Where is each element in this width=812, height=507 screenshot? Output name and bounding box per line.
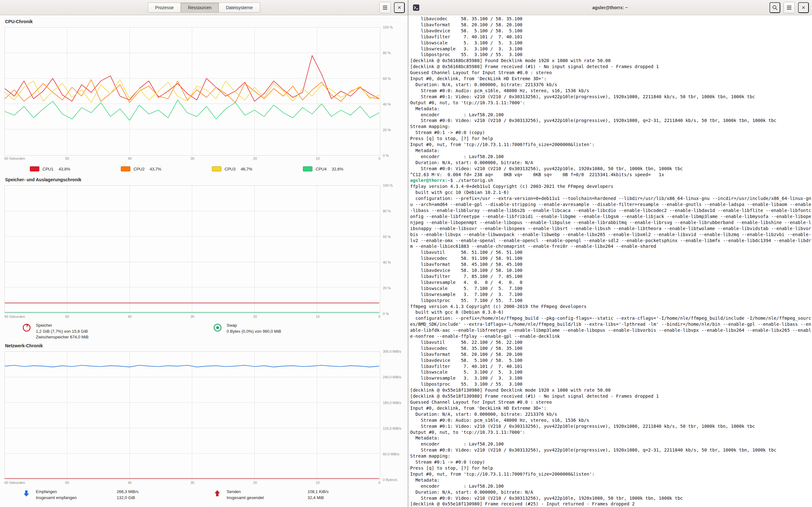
menu-button[interactable]	[379, 2, 391, 13]
terminal-line: Press [q] to stop, [?] for help	[410, 465, 811, 471]
y-axis-label: 80 %	[383, 51, 403, 55]
x-axis-label: 10	[316, 157, 319, 160]
cpu1-value: 43,8%	[59, 167, 70, 171]
cpu1-label: CPU1	[43, 167, 54, 171]
y-axis-label: 40 %	[383, 102, 403, 106]
resources-view: CPU-Chronik 100 %80 %60 %40 %20 %0 % 60 …	[0, 15, 408, 507]
terminal-line: agsler@thorrx:~$ ./startorig.sh	[410, 177, 811, 183]
total-received-value: 132,0 GiB	[117, 495, 139, 501]
memory-usage-value: 1,2 GiB (7,7%) von 15,6 GiB	[36, 329, 89, 334]
x-axis-label: 60 Sekunden	[4, 157, 25, 160]
terminal-titlebar[interactable]: agsler@thorrx: ~ ×	[408, 0, 812, 15]
cpu3-label: CPU3	[224, 167, 236, 171]
tab-ressourcen[interactable]: Ressourcen	[181, 3, 219, 13]
terminal-line: Stream #0:1: Video: v210 (V210 / 0x30313…	[410, 424, 811, 429]
network-history-chart	[4, 351, 380, 480]
hamburger-menu-icon	[383, 5, 388, 10]
cpu3-color-swatch[interactable]	[212, 166, 221, 171]
cpu4-legend-item[interactable]: CPU4 32,6%	[303, 166, 394, 171]
close-icon: ×	[397, 4, 401, 11]
network-receive-legend-entry: Empfangen 266,3 MiB/s Insgesamt empfange…	[22, 489, 213, 501]
download-arrow-icon	[22, 489, 32, 498]
memory-usage-pie-icon[interactable]	[22, 323, 32, 332]
tab-dateisysteme[interactable]: Dateisysteme	[219, 3, 260, 13]
terminal-line: Stream #0:0: Video: v210 (V210 / 0x30313…	[410, 447, 811, 453]
terminal-line: configuration: --prefix=/home/nle/ffmpeg…	[410, 315, 811, 339]
terminal-line: [decklink @ 0x56168bc85980] Frame receiv…	[410, 64, 811, 70]
receive-rate-value: 266,3 MiB/s	[117, 489, 139, 495]
y-axis-label: 100 %	[383, 183, 403, 187]
cpu2-legend-item[interactable]: CPU2 43,7%	[121, 166, 212, 171]
terminal-line: Duration: N/A, start: 0.000000, bitrate:…	[410, 489, 811, 495]
send-label: Senden	[227, 489, 308, 495]
system-monitor-titlebar[interactable]: Prozesse Ressourcen Dateisysteme ×	[0, 0, 408, 15]
terminal-line: Duration: N/A, start: 0.000000, bitrate:…	[410, 82, 811, 88]
terminal-line: Stream #0:1 -> #0:0 (copy)	[410, 459, 811, 465]
x-axis-label: 20	[253, 157, 257, 160]
network-send-legend-entry: Senden 108,1 KiB/s Insgesamt gesendet 32…	[213, 489, 404, 501]
y-axis-label: 60,0 MiB/s	[383, 452, 403, 456]
search-button[interactable]	[769, 2, 780, 13]
tab-prozesse[interactable]: Prozesse	[148, 3, 181, 13]
terminal-menu-button[interactable]	[783, 2, 795, 13]
upload-arrow-icon	[213, 489, 222, 498]
network-x-axis-labels: 60 Sekunden50403020100	[4, 480, 380, 486]
terminal-line: libavdevice 58. 5.100 / 58. 5.100	[410, 28, 811, 34]
hamburger-menu-icon	[786, 5, 792, 10]
x-axis-label: 60 Sekunden	[4, 481, 25, 485]
terminal-close-button[interactable]: ×	[798, 2, 809, 13]
terminal-line: built with gcc 8 (Debian 8.3.0-6)	[410, 309, 811, 315]
cpu2-label: CPU2	[134, 167, 145, 171]
y-axis-label: 240,0 MiB/s	[383, 375, 403, 379]
terminal-line: Output #0, nut, to 'tcp://10.73.1.11:700…	[410, 100, 811, 106]
terminal-line: libavfilter 7. 40.101 / 7. 40.101	[410, 34, 811, 40]
cpu4-color-swatch[interactable]	[303, 166, 312, 171]
cpu1-legend-item[interactable]: CPU1 43,8%	[30, 166, 121, 171]
terminal-line: Press [q] to stop, [?] for help	[410, 135, 811, 142]
terminal-line: libavdevice 58. 5.100 / 58. 5.100	[410, 357, 811, 363]
terminal-output[interactable]: libavcodec 58. 35.100 / 58. 35.100 libav…	[408, 15, 812, 507]
y-axis-label: 80 %	[383, 209, 403, 213]
terminal-line: libavdevice 58. 10.100 / 58. 10.100	[410, 268, 811, 274]
terminal-line: libswresample 3. 7.100 / 3. 7.100	[410, 291, 811, 297]
terminal-line: libpostproc 55. 3.100 / 55. 3.100	[410, 52, 811, 58]
memory-chart-row: 100 %80 %60 %40 %20 %0 %	[4, 185, 403, 314]
total-sent-label: Insgesamt gesendet	[227, 495, 308, 501]
x-axis-label: 30	[190, 157, 194, 160]
cpu2-color-swatch[interactable]	[121, 166, 131, 171]
terminal-line: libswresample 3. 3.100 / 3. 3.100	[410, 375, 811, 381]
y-axis-label: 100 %	[383, 25, 403, 29]
cpu1-color-swatch[interactable]	[30, 166, 39, 171]
terminal-line: built with gcc 10 (Debian 10.2.1-6)	[410, 189, 811, 195]
terminal-line: Stream mapping:	[410, 453, 811, 459]
x-axis-label: 40	[128, 157, 132, 160]
terminal-line: libswscale 5. 3.100 / 5. 3.100	[410, 40, 811, 46]
screen: Prozesse Ressourcen Dateisysteme × CPU-C…	[0, 0, 812, 507]
system-monitor-window-controls: ×	[379, 0, 405, 15]
search-icon	[772, 5, 778, 10]
terminal-line: libavresample 4. 0. 0 / 4. 0. 0	[410, 279, 811, 285]
swap-usage-pie-icon[interactable]	[213, 323, 222, 332]
x-axis-label: 10	[316, 481, 319, 485]
terminal-line: encoder : Lavf58.20.100	[410, 154, 811, 160]
terminal-line: Stream #0:0: Video: v210 (V210 / 0x30313…	[410, 118, 811, 124]
terminal-line: Metadata:	[410, 106, 811, 112]
close-icon: ×	[802, 4, 805, 11]
terminal-line: libswresample 3. 3.100 / 3. 3.100	[410, 46, 811, 52]
terminal-line: encoder : Lavf58.20.100	[410, 112, 811, 118]
memory-history-chart	[4, 185, 380, 314]
terminal-line: libpostproc 55. 3.100 / 55. 3.100	[410, 381, 811, 387]
network-y-axis-labels: 300,0 MiB/s240,0 MiB/s180,0 MiB/s120,0 M…	[383, 349, 403, 482]
x-axis-label: 40	[128, 315, 132, 319]
terminal-line: Input #0, decklink, from 'DeckLink HD Ex…	[410, 76, 811, 82]
network-history-title: Netzwerk-Chronik	[5, 343, 403, 348]
cpu3-legend-item[interactable]: CPU3 46,7%	[212, 166, 303, 171]
network-chart-row: 300,0 MiB/s240,0 MiB/s180,0 MiB/s120,0 M…	[4, 351, 403, 480]
terminal-line: libavformat 58. 45.100 / 58. 45.100	[410, 262, 811, 268]
terminal-line: Stream #0:0: Video: v210 (V210 / 0x30313…	[410, 495, 811, 501]
terminal-line: libswscale 5. 3.100 / 5. 3.100	[410, 369, 811, 375]
memory-y-axis-labels: 100 %80 %60 %40 %20 %0 %	[383, 183, 403, 316]
close-button[interactable]: ×	[394, 2, 405, 13]
cpu-history-chart	[4, 27, 380, 156]
total-sent-value: 32,4 MiB	[308, 495, 329, 501]
